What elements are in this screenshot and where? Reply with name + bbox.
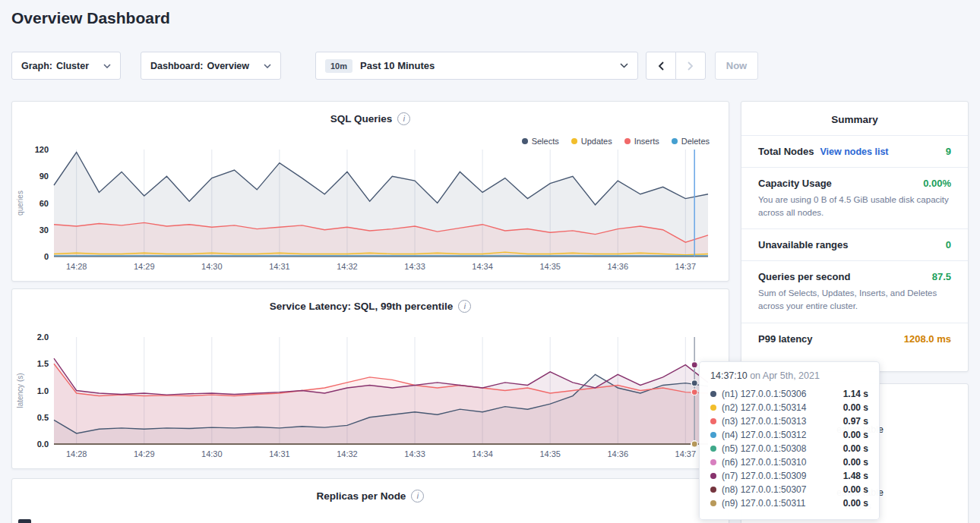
chevron-down-icon [264,64,271,68]
tooltip-node-row: (n5) 127.0.0.1:503080.00 s [710,442,868,455]
legend-label: Updates [581,137,612,146]
time-range-selector[interactable]: 10m Past 10 Minutes [315,52,638,80]
svg-text:14:34: 14:34 [472,262,493,271]
summary-row-caption: You are using 0 B of 4.5 GiB usable disk… [758,194,951,219]
svg-text:90: 90 [40,172,49,181]
tooltip-timestamp: 14:37:10 on Apr 5th, 2021 [710,370,868,381]
time-prev-button[interactable] [646,52,676,80]
summary-title: Summary [741,102,968,135]
info-icon[interactable]: i [397,112,410,125]
summary-row-p99-latency: P99 latency 1208.0 ms [741,323,968,354]
tooltip-node-value: 0.00 s [843,402,868,413]
legend-label: Selects [532,137,559,146]
tooltip-node-label: (n9) 127.0.0.1:50311 [722,498,806,509]
svg-text:14:29: 14:29 [134,449,155,458]
svg-text:14:30: 14:30 [201,262,223,271]
legend-item-updates[interactable]: Updates [571,137,612,146]
service-latency-card: Service Latency: SQL, 99th percentile i … [11,288,729,469]
chart-title: Replicas per Node [317,490,406,502]
legend-item-selects[interactable]: Selects [522,137,559,146]
dashboard-dropdown[interactable]: Dashboard: Overview [141,52,281,80]
svg-text:0: 0 [44,252,49,261]
tooltip-node-value: 0.00 s [843,443,868,454]
summary-row-value: 1208.0 ms [904,333,951,345]
svg-text:queries: queries [16,191,24,216]
tooltip-node-label: (n1) 127.0.0.1:50306 [722,389,806,399]
node-color-dot [710,459,716,465]
tooltip-node-label: (n8) 127.0.0.1:50307 [722,484,806,495]
replicas-per-node-card: Replicas per Node i [11,478,729,523]
svg-text:14:32: 14:32 [337,262,358,271]
summary-row-label: Unavailable ranges [758,239,849,250]
tooltip-node-label: (n7) 127.0.0.1:50309 [722,471,806,481]
svg-text:14:30: 14:30 [201,449,223,458]
summary-row-label: P99 latency [758,333,813,345]
summary-row-capacity-usage: Capacity Usage 0.00% You are using 0 B o… [741,167,968,228]
graph-scope-dropdown[interactable]: Graph: Cluster [11,52,121,80]
now-button[interactable]: Now [715,52,758,80]
view-nodes-list-link[interactable]: View nodes list [820,147,888,157]
svg-text:60: 60 [40,199,49,208]
sql-queries-chart[interactable]: 14:2814:2914:3014:3114:3214:3314:3414:35… [13,146,728,276]
tooltip-time: 14:37:10 [710,370,748,381]
dashboard-dropdown-value: Overview [207,61,249,71]
tooltip-node-value: 0.00 s [843,457,868,468]
summary-row-value: 9 [946,146,951,157]
info-icon[interactable]: i [458,300,471,313]
tooltip-node-row: (n8) 127.0.0.1:503070.00 s [710,483,868,496]
tooltip-node-value: 0.00 s [843,484,868,495]
summary-row-total-nodes: Total Nodes View nodes list 9 [741,135,968,167]
node-color-dot [710,391,716,397]
svg-text:14:37: 14:37 [675,262,697,271]
chevron-down-icon [620,63,628,68]
summary-row-value: 87.5 [932,271,951,282]
svg-text:14:34: 14:34 [472,449,493,458]
legend-dot [522,138,528,144]
summary-row-queries-per-second: Queries per second 87.5 Sum of Selects, … [741,260,968,322]
tooltip-node-label: (n2) 127.0.0.1:50314 [722,402,806,413]
summary-row-label: Capacity Usage [758,178,832,189]
legend-dot [624,138,631,144]
clipped-axis-label [18,519,31,523]
svg-text:14:32: 14:32 [337,449,358,458]
svg-text:14:28: 14:28 [66,262,87,271]
service-latency-chart[interactable]: 14:2814:2914:3014:3114:3214:3314:3414:35… [13,333,728,464]
replicas-title-row: Replicas per Node i [12,490,729,503]
svg-text:14:29: 14:29 [134,262,155,271]
legend-item-inserts[interactable]: Inserts [624,137,659,146]
tooltip-node-label: (n5) 127.0.0.1:50308 [722,443,806,454]
legend-item-deletes[interactable]: Deletes [672,137,710,146]
graph-dropdown-value: Cluster [56,61,89,71]
tooltip-node-value: 1.14 s [843,389,868,399]
time-next-button[interactable] [675,52,706,80]
legend-label: Deletes [681,137,710,146]
svg-text:14:28: 14:28 [66,449,87,458]
summary-row-caption: Sum of Selects, Updates, Inserts, and De… [758,287,951,312]
summary-row-value: 0 [946,239,951,250]
tooltip-node-label: (n4) 127.0.0.1:50312 [722,430,806,440]
summary-row-label: Queries per second [758,271,850,282]
tooltip-node-row: (n3) 127.0.0.1:503130.97 s [710,414,868,428]
legend-dot [672,138,678,144]
svg-text:14:35: 14:35 [539,449,561,458]
tooltip-node-row: (n1) 127.0.0.1:503061.14 s [710,387,868,401]
svg-text:latency (s): latency (s) [16,373,24,408]
info-icon[interactable]: i [411,490,424,503]
dashboard-dropdown-label: Dashboard: [150,61,203,71]
node-color-dot [710,500,716,506]
tooltip-node-row: (n4) 127.0.0.1:503120.00 s [710,428,868,442]
tooltip-date: on Apr 5th, 2021 [748,370,820,381]
chevron-left-icon [658,61,664,71]
chevron-right-icon [688,61,694,71]
tooltip-node-value: 1.48 s [843,471,868,481]
sql-queries-title-row: SQL Queries i [12,112,729,125]
service-latency-title-row: Service Latency: SQL, 99th percentile i [12,300,729,313]
graph-dropdown-label: Graph: [21,61,52,71]
summary-row-unavailable-ranges: Unavailable ranges 0 [741,228,968,260]
svg-text:14:31: 14:31 [269,262,290,271]
node-color-dot [710,432,716,438]
dashboard-controls: Graph: Cluster Dashboard: Overview 10m P… [11,52,969,80]
chart-title: Service Latency: SQL, 99th percentile [270,301,454,312]
svg-text:0.0: 0.0 [37,440,49,449]
tooltip-node-value: 0.97 s [843,416,868,427]
